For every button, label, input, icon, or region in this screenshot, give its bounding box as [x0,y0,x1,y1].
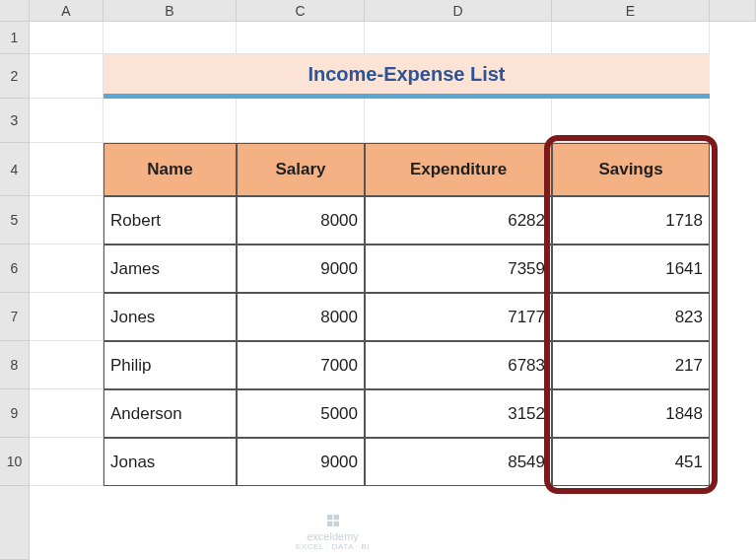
cell-A8[interactable] [30,341,103,389]
table-cell[interactable]: 6783 [365,341,552,389]
row-header-10[interactable]: 10 [0,438,30,486]
table-cell[interactable]: Jones [103,293,237,341]
cell-A4[interactable] [30,143,103,196]
table-cell[interactable]: 7177 [365,293,552,341]
cell-A10[interactable] [30,438,103,486]
spreadsheet: ABCDE 12345678910 Income-Expense List Na… [0,0,756,560]
cell-A3[interactable] [30,99,103,143]
table-cell[interactable]: 9000 [237,245,365,293]
col-header-B[interactable]: B [103,0,237,22]
table-cell[interactable]: 7000 [237,341,365,389]
cell-A6[interactable] [30,245,103,293]
table-header-salary[interactable]: Salary [237,143,365,196]
cell-E1[interactable] [552,22,710,54]
row-header-4[interactable]: 4 [0,143,30,196]
table-cell[interactable]: 823 [552,293,710,341]
col-header-D[interactable]: D [365,0,552,22]
row-header-blank[interactable] [0,486,30,560]
table-cell[interactable]: 8549 [365,438,552,486]
table-cell[interactable]: James [103,245,237,293]
cell-A5[interactable] [30,196,103,245]
title-cell[interactable]: Income-Expense List [103,54,710,99]
cell-A9[interactable] [30,389,103,438]
row-header-3[interactable]: 3 [0,99,30,143]
cell-A1[interactable] [30,22,103,54]
col-header-blank[interactable] [710,0,756,22]
watermark-name: exceldemy [307,530,359,542]
select-all-corner[interactable] [0,0,30,22]
table-header-savings[interactable]: Savings [552,143,710,196]
table-cell[interactable]: Philip [103,341,237,389]
row-header-6[interactable]: 6 [0,245,30,293]
col-header-A[interactable]: A [30,0,103,22]
cell-D3[interactable] [365,99,552,143]
table-header-expenditure[interactable]: Expenditure [365,143,552,196]
cell-A7[interactable] [30,293,103,341]
table-cell[interactable]: Robert [103,196,237,245]
table-cell[interactable]: 6282 [365,196,552,245]
row-header-8[interactable]: 8 [0,341,30,389]
row-header-2[interactable]: 2 [0,54,30,99]
row-header-9[interactable]: 9 [0,389,30,438]
table-cell[interactable]: 3152 [365,389,552,438]
row-header-5[interactable]: 5 [0,196,30,245]
table-cell[interactable]: 1848 [552,389,710,438]
col-header-C[interactable]: C [237,0,365,22]
cell-B3[interactable] [103,99,237,143]
row-header-7[interactable]: 7 [0,293,30,341]
watermark: exceldemy EXCEL · DATA · BI [296,513,370,551]
table-cell[interactable]: 8000 [237,196,365,245]
cell-C1[interactable] [237,22,365,54]
row-header-1[interactable]: 1 [0,22,30,54]
table-cell[interactable]: 7359 [365,245,552,293]
col-header-E[interactable]: E [552,0,710,22]
table-cell[interactable]: 8000 [237,293,365,341]
cell-A2[interactable] [30,54,103,99]
table-cell[interactable]: 9000 [237,438,365,486]
table-cell[interactable]: 217 [552,341,710,389]
cell-C3[interactable] [237,99,365,143]
table-cell[interactable]: 1641 [552,245,710,293]
table-cell[interactable]: 5000 [237,389,365,438]
logo-icon [325,513,341,528]
table-cell[interactable]: 1718 [552,196,710,245]
cell-B1[interactable] [103,22,237,54]
title-text: Income-Expense List [308,63,505,86]
table-cell[interactable]: 451 [552,438,710,486]
cell-D1[interactable] [365,22,552,54]
table-cell[interactable]: Anderson [103,389,237,438]
table-header-name[interactable]: Name [103,143,237,196]
table-cell[interactable]: Jonas [103,438,237,486]
watermark-sub: EXCEL · DATA · BI [296,542,370,551]
cell-E3[interactable] [552,99,710,143]
